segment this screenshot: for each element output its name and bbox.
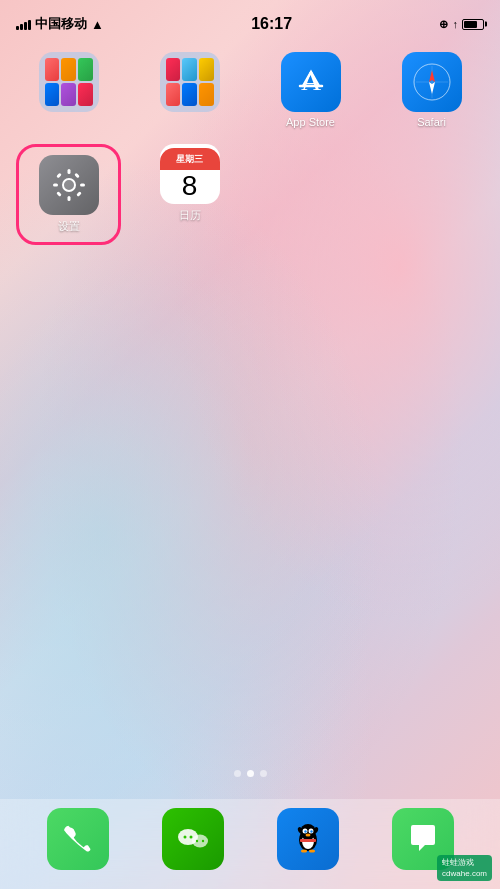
svg-point-26 [300, 824, 316, 840]
mini-app-2 [61, 58, 76, 81]
calendar-container[interactable]: 星期三 8 日历 [137, 144, 242, 245]
gear-svg [51, 167, 87, 203]
clock: 16:17 [251, 15, 292, 33]
status-left: 中国移动 ▲ [16, 15, 104, 33]
wechat-svg [173, 819, 213, 859]
wifi-icon: ▲ [91, 17, 104, 32]
mini-app-9 [199, 58, 214, 81]
signal-icon [16, 18, 31, 30]
wechat-dock-icon[interactable] [162, 808, 224, 870]
page-dot-3 [260, 770, 267, 777]
svg-rect-9 [67, 169, 70, 174]
mini-app-12 [199, 83, 214, 106]
folder-1-icon[interactable] [39, 52, 99, 112]
phone-dock-container[interactable] [47, 808, 109, 870]
svg-rect-12 [80, 184, 85, 187]
calendar-label: 日历 [179, 208, 201, 223]
mini-app-10 [166, 83, 181, 106]
svg-rect-13 [56, 173, 62, 179]
mini-app-3 [78, 58, 93, 81]
page-dot-2 [247, 770, 254, 777]
appstore-container[interactable]: A App Store [258, 52, 363, 128]
svg-rect-11 [53, 184, 58, 187]
appstore-icon[interactable]: A [281, 52, 341, 112]
svg-text:A: A [300, 65, 321, 96]
app-row-2: 设置 星期三 8 日历 [16, 144, 484, 245]
safari-icon[interactable] [402, 52, 462, 112]
mini-app-7 [166, 58, 181, 81]
phone-svg [62, 823, 94, 855]
watermark-line1: 蛙蛙游戏 [442, 857, 487, 868]
calendar-icon[interactable]: 星期三 8 [160, 144, 220, 204]
messages-svg [405, 821, 441, 857]
mini-app-1 [45, 58, 60, 81]
svg-rect-10 [67, 196, 70, 201]
folder-2-grid [160, 52, 220, 112]
home-screen: A App Store Sa [0, 44, 500, 799]
svg-point-35 [301, 850, 307, 853]
empty-slot-1 [258, 144, 318, 204]
mini-app-8 [182, 58, 197, 81]
mini-app-4 [45, 83, 60, 106]
battery-icon [462, 19, 484, 30]
location-icon: ⊕ [439, 18, 448, 31]
calendar-weekday: 星期三 [160, 148, 220, 170]
svg-rect-14 [76, 191, 82, 197]
svg-point-19 [192, 835, 208, 848]
svg-rect-15 [74, 173, 80, 179]
svg-point-23 [201, 840, 203, 842]
svg-point-31 [305, 834, 310, 837]
battery-fill [464, 21, 477, 28]
safari-container[interactable]: Safari [379, 52, 484, 128]
dock [0, 799, 500, 889]
status-right: ⊕ ↑ [439, 18, 484, 31]
status-bar: 中国移动 ▲ 16:17 ⊕ ↑ [0, 0, 500, 44]
svg-point-21 [189, 836, 192, 839]
qq-dock-container[interactable] [277, 808, 339, 870]
page-dot-1 [234, 770, 241, 777]
svg-point-29 [304, 830, 306, 832]
svg-point-17 [64, 180, 74, 190]
qq-svg [289, 820, 327, 858]
safari-svg [410, 60, 454, 104]
watermark: 蛙蛙游戏 cdwahe.com [437, 855, 492, 881]
svg-point-30 [310, 830, 312, 832]
settings-highlight-box: 设置 [16, 144, 121, 245]
appstore-label: App Store [286, 116, 335, 128]
watermark-line2: cdwahe.com [442, 868, 487, 879]
svg-rect-16 [56, 191, 62, 197]
svg-point-36 [309, 850, 315, 853]
calendar-date: 8 [182, 172, 198, 200]
folder-2-icon[interactable] [160, 52, 220, 112]
mini-app-6 [78, 83, 93, 106]
empty-slot-2 [379, 144, 439, 204]
phone-dock-icon[interactable] [47, 808, 109, 870]
carrier-label: 中国移动 [35, 15, 87, 33]
svg-point-22 [195, 840, 197, 842]
page-dots [0, 770, 500, 777]
appstore-svg: A [293, 64, 329, 100]
mini-app-11 [182, 83, 197, 106]
settings-icon[interactable] [39, 155, 99, 215]
settings-label: 设置 [58, 219, 80, 234]
mini-app-5 [61, 83, 76, 106]
svg-rect-34 [300, 839, 316, 842]
svg-point-20 [183, 836, 186, 839]
qq-dock-icon[interactable] [277, 808, 339, 870]
folder-1-grid [39, 52, 99, 112]
folder-1-container[interactable] [16, 52, 121, 128]
app-row-1: A App Store Sa [16, 52, 484, 128]
wechat-dock-container[interactable] [162, 808, 224, 870]
safari-label: Safari [417, 116, 446, 128]
folder-2-container[interactable] [137, 52, 242, 128]
arrow-icon: ↑ [452, 18, 458, 30]
